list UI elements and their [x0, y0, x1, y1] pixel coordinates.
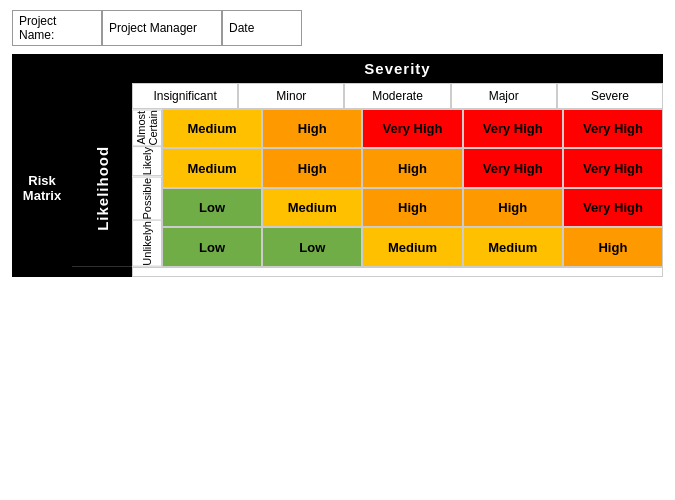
col-insignificant: Insignificant — [132, 83, 238, 109]
page-wrapper: Project Name: Project Manager Date Sever… — [0, 0, 675, 287]
cell-0-0: Medium — [162, 109, 262, 148]
project-manager-label: Project Manager — [102, 10, 222, 46]
cell-3-3: Medium — [463, 227, 563, 266]
cell-2-0: Low — [162, 188, 262, 227]
bottom-border-row — [12, 267, 663, 277]
cell-3-1: Low — [262, 227, 362, 266]
likelihood-col: Likelihood — [72, 109, 132, 267]
cell-0-4: Very High — [563, 109, 663, 148]
grid-section: Almost Certain Likely Possible Unlikelyh… — [132, 109, 663, 267]
row-labels: Almost Certain Likely Possible Unlikelyh — [132, 109, 162, 267]
cell-2-3: High — [463, 188, 563, 227]
column-labels-row: Insignificant Minor Moderate Major Sever… — [12, 83, 663, 109]
risk-matrix-title: Risk Matrix — [12, 109, 72, 267]
risk-matrix: Severity Insignificant Minor Moderate Ma… — [12, 54, 663, 277]
cell-1-3: Very High — [463, 148, 563, 187]
row-label-possible: Possible — [132, 177, 162, 221]
header-row: Project Name: Project Manager Date — [12, 10, 663, 46]
col-label-spacer — [12, 83, 132, 109]
col-severe: Severe — [557, 83, 663, 109]
col-moderate: Moderate — [344, 83, 450, 109]
likelihood-label: Likelihood — [72, 109, 132, 267]
data-grid: Medium High Very High Very High Very Hig… — [162, 109, 663, 267]
severity-header-row: Severity — [12, 54, 663, 83]
table-row: Medium High High Very High Very High — [162, 148, 663, 187]
cell-2-2: High — [362, 188, 462, 227]
matrix-body: Risk Matrix Likelihood Almost Certain Li… — [12, 109, 663, 267]
project-name-label: Project Name: — [12, 10, 102, 46]
cell-3-2: Medium — [362, 227, 462, 266]
severity-header: Severity — [132, 54, 663, 83]
cell-2-4: Very High — [563, 188, 663, 227]
cell-1-4: Very High — [563, 148, 663, 187]
cell-0-2: Very High — [362, 109, 462, 148]
cell-2-1: Medium — [262, 188, 362, 227]
date-label: Date — [222, 10, 302, 46]
row-label-likely: Likely — [132, 146, 162, 176]
col-major: Major — [451, 83, 557, 109]
bottom-fill — [132, 267, 663, 277]
table-row: Low Medium High High Very High — [162, 188, 663, 227]
row-label-almost-certain: Almost Certain — [132, 109, 162, 146]
left-labels: Risk Matrix Likelihood — [12, 109, 132, 267]
cell-1-1: High — [262, 148, 362, 187]
row-label-unlikely: Unlikelyh — [132, 220, 162, 267]
cell-3-0: Low — [162, 227, 262, 266]
cell-1-2: High — [362, 148, 462, 187]
table-row: Medium High Very High Very High Very Hig… — [162, 109, 663, 148]
cell-3-4: High — [563, 227, 663, 266]
table-row: Low Low Medium Medium High — [162, 227, 663, 266]
col-minor: Minor — [238, 83, 344, 109]
cell-0-1: High — [262, 109, 362, 148]
cell-0-3: Very High — [463, 109, 563, 148]
bottom-spacer — [12, 267, 132, 277]
cell-1-0: Medium — [162, 148, 262, 187]
top-left-spacer — [12, 54, 132, 83]
